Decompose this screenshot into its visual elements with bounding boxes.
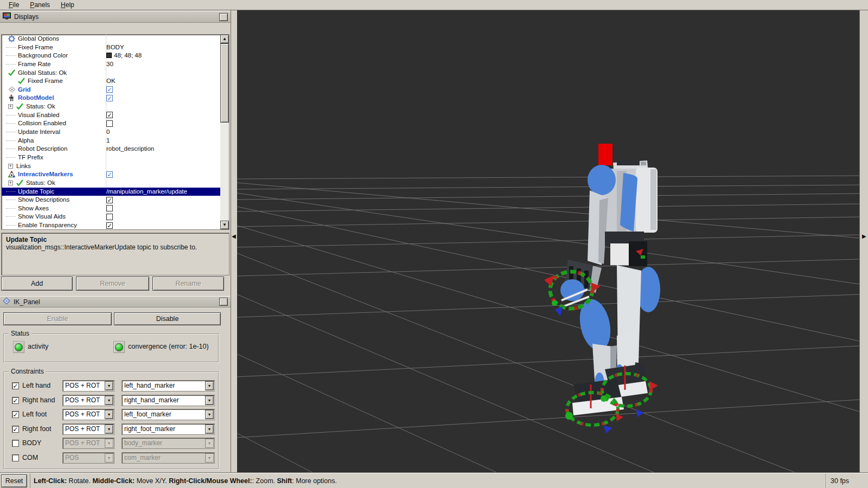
- tree-item-name: Robot Description: [18, 145, 67, 153]
- left-foot-mode-select[interactable]: POS + ROT▼: [62, 409, 114, 420]
- tree-row[interactable]: Global Options: [2, 35, 221, 43]
- left-foot-checkbox[interactable]: ✓: [12, 411, 19, 418]
- tree-row[interactable]: Frame Rate30: [2, 60, 221, 69]
- chevron-down-icon[interactable]: ▼: [105, 396, 113, 405]
- tree-row[interactable]: +Links: [2, 162, 221, 171]
- tree-row[interactable]: Enable Transparency✓: [2, 221, 221, 230]
- scroll-up-button[interactable]: ▲: [220, 35, 229, 43]
- ik-panel-titlebar: IK_Panel: [0, 296, 231, 307]
- right-hand-mode-select[interactable]: POS + ROT▼: [62, 395, 114, 406]
- collapse-right-icon[interactable]: ▶: [862, 233, 866, 239]
- collapse-left-icon[interactable]: ◀: [232, 233, 236, 239]
- tree-row[interactable]: Show Axes: [2, 204, 221, 213]
- tree-guide: [6, 47, 16, 48]
- tree-item-name: Frame Rate: [18, 60, 51, 69]
- tree-row[interactable]: Show Visual Aids: [2, 213, 221, 221]
- enable-button: Enable: [3, 312, 112, 325]
- body-checkbox[interactable]: [12, 440, 19, 447]
- help-segment: Rotate.: [67, 477, 92, 485]
- tree-item-value: BODY: [106, 43, 124, 52]
- menu-item-help[interactable]: Help: [55, 1, 80, 10]
- robot-model: [565, 144, 660, 415]
- right-hand-marker-select[interactable]: right_hand_marker▼: [122, 395, 215, 406]
- tree-checkbox[interactable]: [106, 120, 113, 127]
- tree-checkbox[interactable]: ✓: [106, 197, 113, 203]
- tree-row[interactable]: Grid✓: [2, 86, 221, 94]
- tree-checkbox[interactable]: [106, 205, 113, 211]
- tree-row[interactable]: Global Status: Ok: [2, 69, 221, 78]
- left-hand-checkbox[interactable]: ✓: [12, 382, 19, 389]
- left-hand-marker-select[interactable]: left_hand_marker▼: [122, 380, 215, 391]
- tree-row[interactable]: Collision Enabled: [2, 119, 221, 128]
- scrollbar-thumb[interactable]: [220, 43, 229, 123]
- tree-row[interactable]: TF Prefix: [2, 153, 221, 162]
- led-green-icon: [15, 343, 23, 351]
- status-led-convergence: [113, 341, 125, 353]
- chevron-down-icon[interactable]: ▼: [205, 381, 214, 390]
- ik-float-button[interactable]: [219, 298, 228, 306]
- left-hand-mode-select[interactable]: POS + ROT▼: [62, 380, 114, 391]
- tree-scrollbar[interactable]: ▲ ▼: [220, 35, 229, 229]
- com-mode-select: POS▼: [62, 452, 114, 464]
- disable-button[interactable]: Disable: [114, 312, 221, 325]
- right-foot-mode-select[interactable]: POS + ROT▼: [62, 423, 114, 435]
- tree-checkbox[interactable]: ✓: [106, 112, 113, 118]
- menu-item-panels[interactable]: Panels: [24, 1, 55, 10]
- right-foot-checkbox[interactable]: ✓: [12, 426, 19, 433]
- tree-checkbox[interactable]: ✓: [106, 171, 113, 178]
- tree-row[interactable]: +Status: Ok: [2, 179, 221, 188]
- menu-bar: FilePanelsHelp: [0, 0, 868, 10]
- gear-icon: [8, 35, 16, 42]
- add-button[interactable]: Add: [1, 277, 73, 291]
- constraint-row-right-hand: ✓Right handPOS + ROT▼right_hand_marker▼: [4, 395, 218, 407]
- tree-item-name: Links: [16, 162, 31, 171]
- chevron-down-icon[interactable]: ▼: [105, 425, 113, 434]
- tree-guide: [6, 140, 16, 141]
- tree-row[interactable]: InteractiveMarkers✓: [2, 170, 221, 179]
- tree-row[interactable]: Background Color48; 48; 48: [2, 52, 221, 60]
- right-foot-marker-select[interactable]: right_foot_marker▼: [122, 423, 215, 435]
- expander-icon[interactable]: +: [8, 164, 13, 169]
- tree-checkbox[interactable]: ✓: [106, 222, 113, 229]
- chevron-down-icon[interactable]: ▼: [205, 425, 214, 434]
- tree-row[interactable]: Visual Enabled✓: [2, 111, 221, 120]
- menu-item-file[interactable]: File: [3, 1, 24, 10]
- tree-item-value: 48; 48; 48: [106, 52, 142, 60]
- displays-panel-titlebar: Displays: [0, 11, 231, 23]
- chevron-down-icon[interactable]: ▼: [105, 410, 113, 419]
- scroll-down-button[interactable]: ▼: [220, 221, 229, 229]
- chevron-down-icon[interactable]: ▼: [105, 381, 113, 390]
- ik-panel-title: IK_Panel: [14, 298, 40, 306]
- tree-checkbox[interactable]: ✓: [106, 95, 113, 101]
- 3d-viewport[interactable]: [237, 10, 859, 473]
- tree-item-name: Fixed Frame: [18, 43, 53, 52]
- right-hand-checkbox[interactable]: ✓: [12, 397, 19, 404]
- com-checkbox[interactable]: [12, 454, 19, 461]
- tree-item-name: Collision Enabled: [18, 119, 66, 128]
- expander-icon[interactable]: +: [8, 104, 13, 109]
- right-collapse-strip: ▶: [859, 10, 868, 473]
- left-foot-marker-select[interactable]: left_foot_marker▼: [122, 409, 215, 420]
- tree-row[interactable]: Fixed FrameBODY: [2, 43, 221, 52]
- reset-button[interactable]: Reset: [1, 474, 27, 487]
- tree-row[interactable]: Show Descriptions✓: [2, 196, 221, 204]
- panel-splitter[interactable]: ◀: [231, 10, 237, 473]
- tree-row[interactable]: RobotModel✓: [2, 94, 221, 102]
- chevron-down-icon[interactable]: ▼: [205, 410, 214, 419]
- tree-item-name: Grid: [18, 86, 31, 94]
- displays-float-button[interactable]: [219, 13, 228, 21]
- help-segment: Right-Click/Mouse Wheel:: [169, 477, 252, 485]
- tree-checkbox[interactable]: [106, 214, 113, 220]
- right-hand-label: Right hand: [22, 396, 55, 404]
- tree-row[interactable]: Alpha1: [2, 137, 221, 145]
- tree-row[interactable]: Fixed FrameOK: [2, 77, 221, 86]
- tree-row[interactable]: Update Topic/manipulation_marker/update: [2, 188, 221, 196]
- tree-row[interactable]: Update Interval0: [2, 128, 221, 137]
- tree-row[interactable]: Robot Descriptionrobot_description: [2, 145, 221, 153]
- ik-panel-icon: [3, 297, 10, 306]
- chevron-down-icon[interactable]: ▼: [205, 396, 214, 405]
- status-group-title: Status: [9, 330, 31, 337]
- tree-checkbox[interactable]: ✓: [106, 86, 113, 93]
- expander-icon[interactable]: +: [8, 181, 13, 185]
- tree-row[interactable]: +Status: Ok: [2, 102, 221, 111]
